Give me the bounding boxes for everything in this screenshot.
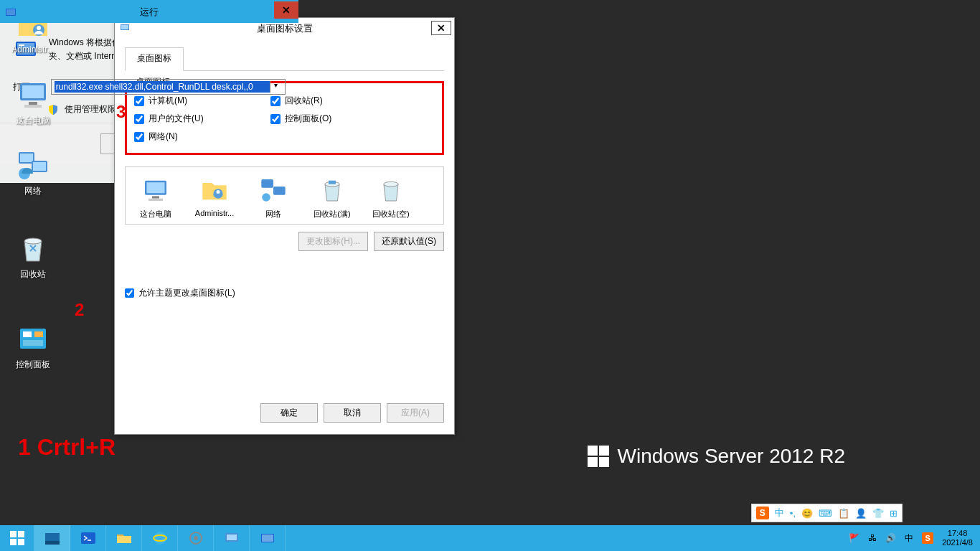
windows-logo-icon [588, 446, 609, 467]
svg-rect-21 [149, 199, 163, 201]
checkbox-computer[interactable]: 计算机(M) [134, 95, 270, 107]
recycle-bin-full-icon [316, 174, 348, 206]
dropdown-icon[interactable]: ▾ [270, 81, 282, 93]
desktop-icon-network[interactable]: 网络 [6, 148, 60, 197]
desktop-icon-label: Administr... [6, 44, 60, 55]
ime-skin-icon[interactable]: 👕 [872, 508, 884, 519]
svg-rect-15 [23, 340, 43, 346]
preview-computer[interactable]: 这台电脑 [131, 174, 180, 220]
preview-administrator[interactable]: Administr... [190, 174, 239, 220]
tray-volume-icon[interactable]: 🔊 [885, 533, 896, 543]
taskbar-desktop-settings[interactable] [214, 525, 250, 551]
ime-clipboard-icon[interactable]: 📋 [838, 508, 849, 519]
desktop-icon-recycle-bin[interactable]: 回收站 [6, 231, 60, 281]
svg-rect-13 [23, 331, 32, 337]
run-title-text: 运行 [140, 6, 159, 19]
tab-row: 桌面图标 [125, 47, 444, 71]
taskbar-server-manager[interactable] [34, 525, 70, 551]
network-icon [258, 174, 289, 206]
svg-rect-7 [20, 154, 33, 162]
tray-sogou-icon[interactable]: S [922, 532, 933, 544]
ime-punct[interactable]: •, [790, 508, 796, 519]
preview-network[interactable]: 网络 [249, 174, 298, 220]
svg-rect-17 [121, 25, 128, 29]
icon-preview-list: 这台电脑 Administr... 网络 回收站(满) 回收站(空) [125, 166, 444, 225]
ime-menu-icon[interactable]: ⊞ [890, 508, 897, 519]
preview-recycle-empty[interactable]: 回收站(空) [367, 174, 415, 220]
change-icon-button: 更改图标(H)... [298, 232, 368, 251]
svg-point-41 [194, 536, 198, 540]
control-panel-icon [16, 321, 50, 356]
annotation-1: 1 Crtrl+R [18, 434, 116, 461]
restore-default-button[interactable]: 还原默认值(S) [374, 232, 444, 251]
apply-button: 应用(A) [387, 403, 444, 423]
svg-rect-4 [29, 102, 37, 105]
svg-point-1 [37, 26, 41, 30]
desktop-icon-label: 网络 [6, 185, 60, 197]
svg-rect-19 [147, 182, 165, 193]
start-button[interactable] [0, 525, 34, 551]
svg-rect-31 [6, 9, 15, 15]
annotation-2: 2 [75, 300, 84, 320]
ime-sogou-icon[interactable]: S [756, 507, 769, 519]
svg-rect-28 [329, 181, 336, 184]
taskbar-run[interactable] [250, 525, 286, 551]
run-app-icon [4, 6, 17, 19]
svg-point-26 [262, 193, 270, 202]
ime-lang[interactable]: 中 [775, 507, 784, 519]
ime-keyboard-icon[interactable]: ⌨ [819, 508, 832, 519]
svg-rect-36 [45, 541, 60, 545]
desktop-icon-label: 这台电脑 [6, 115, 60, 127]
run-dialog-titlebar[interactable]: 运行 ✕ [0, 1, 298, 23]
recycle-bin-empty-icon [375, 174, 407, 206]
desktop-icon-label: 回收站 [6, 268, 60, 281]
network-icon [16, 148, 50, 182]
svg-rect-14 [34, 331, 43, 337]
checkbox-user-files[interactable]: 用户的文件(U) [134, 113, 270, 125]
svg-point-29 [384, 182, 398, 187]
taskbar: 🚩 🖧 🔊 中 S 17:48 2021/4/8 [0, 525, 980, 551]
cancel-button[interactable]: 取消 [324, 403, 381, 423]
ok-button[interactable]: 确定 [260, 403, 318, 423]
tray-network-icon[interactable]: 🖧 [868, 533, 877, 543]
computer-icon [16, 77, 50, 112]
checkbox-network[interactable]: 网络(N) [134, 131, 270, 143]
svg-rect-3 [22, 85, 44, 98]
ime-toolbar[interactable]: S 中 •, 😊 ⌨ 📋 👤 👕 ⊞ [751, 504, 903, 522]
windows-logo-icon [10, 531, 24, 545]
close-button[interactable]: ✕ [431, 21, 451, 35]
run-command-input[interactable] [55, 81, 270, 93]
taskbar-ie[interactable] [142, 525, 178, 551]
folder-user-icon [199, 174, 230, 206]
taskbar-explorer[interactable] [106, 525, 142, 551]
ime-user-icon[interactable]: 👤 [855, 508, 867, 519]
os-brand: Windows Server 2012 R2 [588, 445, 845, 468]
preview-recycle-full[interactable]: 回收站(满) [308, 174, 357, 220]
tray-flag-icon[interactable]: 🚩 [849, 533, 859, 543]
svg-rect-5 [24, 105, 42, 108]
svg-rect-43 [227, 534, 237, 540]
checkbox-control-panel[interactable]: 控制面板(O) [270, 113, 407, 125]
checkbox-allow-themes[interactable]: 允许主题更改桌面图标(L) [125, 287, 444, 299]
taskbar-powershell[interactable] [70, 525, 106, 551]
svg-rect-45 [262, 534, 273, 542]
svg-point-38 [154, 532, 166, 545]
computer-icon [140, 174, 171, 206]
tray-ime-lang[interactable]: 中 [905, 532, 913, 545]
tray-clock[interactable]: 17:48 2021/4/8 [942, 529, 973, 547]
recycle-bin-icon [16, 231, 50, 265]
desktop-icon-label: 控制面板 [6, 359, 60, 371]
dialog-title-text: 桌面图标设置 [257, 22, 313, 35]
run-close-button[interactable]: ✕ [274, 1, 298, 19]
app-icon [119, 22, 131, 34]
taskbar-settings[interactable] [178, 525, 214, 551]
svg-rect-24 [261, 179, 273, 188]
tab-desktop-icons[interactable]: 桌面图标 [125, 47, 184, 71]
system-tray: 🚩 🖧 🔊 中 S 17:48 2021/4/8 [842, 525, 980, 551]
svg-rect-20 [152, 196, 159, 198]
ime-emoji-icon[interactable]: 😊 [801, 508, 813, 519]
desktop-icon-control-panel[interactable]: 控制面板 [6, 321, 60, 371]
checkbox-recycle-bin[interactable]: 回收站(R) [270, 95, 407, 107]
svg-rect-25 [273, 187, 286, 195]
svg-point-11 [24, 238, 42, 244]
